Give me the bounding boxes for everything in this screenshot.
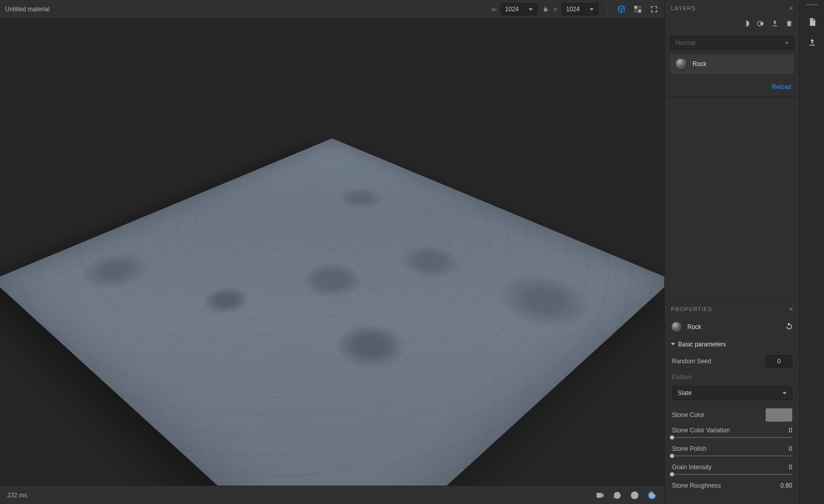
right-panel: LAYERS × Normal Rock Reload PROPERTIES ×… [664, 0, 799, 504]
undo-icon[interactable] [785, 322, 793, 332]
properties-title: PROPERTIES [671, 306, 789, 312]
share-icon[interactable] [808, 38, 817, 49]
pattern-select[interactable]: Slate [672, 386, 792, 400]
close-layers-icon[interactable]: × [789, 4, 793, 12]
property-thumb [671, 321, 682, 333]
svg-rect-3 [638, 6, 641, 9]
document-icon[interactable] [808, 17, 817, 29]
height-label: h: [554, 6, 558, 12]
mask-icon[interactable] [756, 19, 765, 30]
slider-grain-intensity[interactable]: Grain Intensity0 [665, 462, 799, 480]
checker-icon[interactable] [633, 4, 643, 14]
close-properties-icon[interactable]: × [789, 305, 793, 313]
render-time: 232 ms [7, 492, 595, 499]
reload-link[interactable]: Reload [772, 83, 791, 91]
group-basic-parameters[interactable]: Basic parameters [665, 337, 799, 352]
slider-stone-roughness[interactable]: Stone Roughness0.60 [665, 480, 799, 497]
stone-color-label: Stone Color [672, 411, 766, 419]
svg-rect-1 [638, 9, 641, 12]
blend-mode-select[interactable]: Normal [670, 36, 794, 50]
layers-title: LAYERS [671, 5, 789, 11]
loading-icon[interactable] [647, 490, 657, 500]
svg-point-7 [760, 22, 764, 26]
material-plane [0, 139, 664, 486]
expand-icon[interactable] [649, 4, 659, 14]
globe-icon[interactable] [630, 490, 640, 500]
random-seed-label: Random Seed [672, 358, 766, 365]
svg-rect-0 [634, 6, 637, 9]
random-seed-input[interactable] [766, 355, 792, 367]
slider-stone-polish[interactable]: Stone Polish0 [665, 443, 799, 462]
cube-3d-icon[interactable] [616, 4, 626, 14]
width-select[interactable]: 1024 [501, 3, 537, 15]
property-name: Rock [687, 323, 780, 331]
camera-icon[interactable] [595, 490, 605, 500]
lock-icon[interactable] [543, 6, 549, 12]
viewport-3d[interactable] [0, 18, 664, 486]
width-label: w: [492, 6, 497, 12]
contrast-icon[interactable] [742, 19, 750, 30]
height-select[interactable]: 1024 [561, 3, 598, 15]
trash-icon[interactable] [785, 19, 793, 30]
svg-rect-2 [634, 9, 637, 12]
layer-thumb [675, 58, 687, 70]
drag-handle[interactable] [806, 4, 818, 5]
far-right-toolbar [799, 0, 824, 504]
layer-item-rock[interactable]: Rock [670, 54, 794, 74]
refresh-icon[interactable] [612, 490, 622, 500]
slider-stone-color-variation[interactable]: Stone Color Variation0 [665, 425, 799, 443]
document-title: Untitled material [5, 6, 492, 13]
top-bar: Untitled material w: 1024 h: 1024 [0, 0, 664, 18]
layer-name: Rock [692, 60, 706, 68]
divider [606, 4, 607, 15]
bottom-bar: 232 ms [0, 486, 664, 504]
stone-color-swatch[interactable] [766, 408, 792, 422]
pattern-label: Pattern [672, 374, 792, 381]
export-icon[interactable] [771, 19, 779, 30]
